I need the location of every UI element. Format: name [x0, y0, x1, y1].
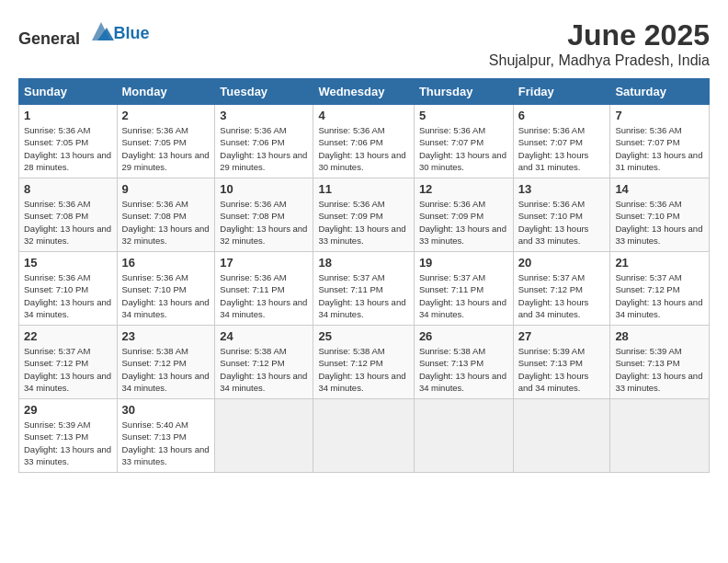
day-info: Sunrise: 5:39 AMSunset: 7:13 PMDaylight:…: [24, 419, 112, 467]
day-number: 25: [318, 329, 408, 343]
day-number: 15: [24, 256, 112, 270]
title-area: June 2025 Shujalpur, Madhya Pradesh, Ind…: [489, 18, 710, 69]
calendar-row: 15Sunrise: 5:36 AMSunset: 7:10 PMDayligh…: [19, 252, 710, 326]
table-row: 8Sunrise: 5:36 AMSunset: 7:08 PMDaylight…: [19, 178, 118, 252]
day-number: 18: [318, 256, 408, 270]
day-info: Sunrise: 5:36 AMSunset: 7:10 PMDaylight:…: [122, 271, 210, 320]
day-info: Sunrise: 5:38 AMSunset: 7:12 PMDaylight:…: [122, 345, 210, 394]
table-row: 1Sunrise: 5:36 AMSunset: 7:05 PMDaylight…: [19, 105, 118, 178]
day-info: Sunrise: 5:39 AMSunset: 7:13 PMDaylight:…: [518, 345, 606, 394]
day-number: 21: [615, 256, 704, 270]
table-row: [313, 399, 414, 473]
day-number: 5: [419, 109, 508, 122]
day-info: Sunrise: 5:38 AMSunset: 7:12 PMDaylight:…: [318, 345, 408, 394]
day-info: Sunrise: 5:36 AMSunset: 7:06 PMDaylight:…: [318, 124, 408, 173]
logo: General Blue: [18, 18, 150, 49]
day-number: 11: [318, 182, 408, 196]
day-info: Sunrise: 5:37 AMSunset: 7:12 PMDaylight:…: [518, 271, 606, 320]
logo-general-text: General: [18, 29, 80, 48]
table-row: 29Sunrise: 5:39 AMSunset: 7:13 PMDayligh…: [19, 399, 118, 473]
table-row: 22Sunrise: 5:37 AMSunset: 7:12 PMDayligh…: [19, 326, 118, 399]
table-row: 28Sunrise: 5:39 AMSunset: 7:13 PMDayligh…: [610, 326, 710, 399]
table-row: 4Sunrise: 5:36 AMSunset: 7:06 PMDaylight…: [313, 105, 414, 178]
month-title: June 2025: [489, 18, 710, 52]
day-number: 10: [220, 182, 308, 196]
table-row: [610, 399, 710, 473]
day-number: 24: [220, 329, 308, 343]
table-row: 26Sunrise: 5:38 AMSunset: 7:13 PMDayligh…: [414, 326, 513, 399]
table-row: 23Sunrise: 5:38 AMSunset: 7:12 PMDayligh…: [117, 326, 215, 399]
day-info: Sunrise: 5:38 AMSunset: 7:12 PMDaylight:…: [220, 345, 308, 394]
table-row: 15Sunrise: 5:36 AMSunset: 7:10 PMDayligh…: [19, 252, 118, 326]
day-number: 23: [122, 329, 210, 343]
day-number: 17: [220, 256, 308, 270]
day-info: Sunrise: 5:37 AMSunset: 7:12 PMDaylight:…: [24, 345, 112, 394]
table-row: [513, 399, 610, 473]
day-number: 6: [518, 109, 606, 122]
table-row: 10Sunrise: 5:36 AMSunset: 7:08 PMDayligh…: [215, 178, 313, 252]
day-number: 30: [122, 403, 210, 417]
day-info: Sunrise: 5:36 AMSunset: 7:08 PMDaylight:…: [24, 198, 112, 247]
day-number: 28: [615, 329, 704, 343]
day-number: 7: [615, 109, 704, 122]
day-info: Sunrise: 5:36 AMSunset: 7:07 PMDaylight:…: [419, 124, 508, 173]
header-friday: Friday: [513, 79, 610, 105]
table-row: 17Sunrise: 5:36 AMSunset: 7:11 PMDayligh…: [215, 252, 313, 326]
table-row: 19Sunrise: 5:37 AMSunset: 7:11 PMDayligh…: [414, 252, 513, 326]
page-header: General Blue June 2025 Shujalpur, Madhya…: [18, 18, 710, 69]
table-row: 20Sunrise: 5:37 AMSunset: 7:12 PMDayligh…: [513, 252, 610, 326]
day-number: 9: [122, 182, 210, 196]
day-info: Sunrise: 5:37 AMSunset: 7:11 PMDaylight:…: [318, 271, 408, 320]
day-info: Sunrise: 5:36 AMSunset: 7:05 PMDaylight:…: [122, 124, 210, 173]
calendar-row: 8Sunrise: 5:36 AMSunset: 7:08 PMDaylight…: [19, 178, 710, 252]
table-row: 25Sunrise: 5:38 AMSunset: 7:12 PMDayligh…: [313, 326, 414, 399]
day-info: Sunrise: 5:36 AMSunset: 7:08 PMDaylight:…: [122, 198, 210, 247]
table-row: 12Sunrise: 5:36 AMSunset: 7:09 PMDayligh…: [414, 178, 513, 252]
table-row: 3Sunrise: 5:36 AMSunset: 7:06 PMDaylight…: [215, 105, 313, 178]
day-info: Sunrise: 5:36 AMSunset: 7:10 PMDaylight:…: [518, 198, 606, 247]
day-number: 8: [24, 182, 112, 196]
day-info: Sunrise: 5:36 AMSunset: 7:05 PMDaylight:…: [24, 124, 112, 173]
day-info: Sunrise: 5:36 AMSunset: 7:11 PMDaylight:…: [220, 271, 308, 320]
calendar-row: 1Sunrise: 5:36 AMSunset: 7:05 PMDaylight…: [19, 105, 710, 178]
table-row: 14Sunrise: 5:36 AMSunset: 7:10 PMDayligh…: [610, 178, 710, 252]
day-info: Sunrise: 5:36 AMSunset: 7:09 PMDaylight:…: [318, 198, 408, 247]
table-row: 30Sunrise: 5:40 AMSunset: 7:13 PMDayligh…: [117, 399, 215, 473]
table-row: 7Sunrise: 5:36 AMSunset: 7:07 PMDaylight…: [610, 105, 710, 178]
table-row: [215, 399, 313, 473]
day-number: 19: [419, 256, 508, 270]
day-number: 14: [615, 182, 704, 196]
header-monday: Monday: [117, 79, 215, 105]
header-tuesday: Tuesday: [215, 79, 313, 105]
header-sunday: Sunday: [19, 79, 118, 105]
logo-icon: [88, 18, 114, 44]
day-info: Sunrise: 5:36 AMSunset: 7:07 PMDaylight:…: [615, 124, 704, 173]
table-row: 27Sunrise: 5:39 AMSunset: 7:13 PMDayligh…: [513, 326, 610, 399]
table-row: 18Sunrise: 5:37 AMSunset: 7:11 PMDayligh…: [313, 252, 414, 326]
weekday-header-row: Sunday Monday Tuesday Wednesday Thursday…: [19, 79, 710, 105]
day-info: Sunrise: 5:38 AMSunset: 7:13 PMDaylight:…: [419, 345, 508, 394]
day-number: 26: [419, 329, 508, 343]
table-row: 2Sunrise: 5:36 AMSunset: 7:05 PMDaylight…: [117, 105, 215, 178]
table-row: 6Sunrise: 5:36 AMSunset: 7:07 PMDaylight…: [513, 105, 610, 178]
header-wednesday: Wednesday: [313, 79, 414, 105]
day-info: Sunrise: 5:36 AMSunset: 7:08 PMDaylight:…: [220, 198, 308, 247]
day-info: Sunrise: 5:37 AMSunset: 7:11 PMDaylight:…: [419, 271, 508, 320]
day-number: 13: [518, 182, 606, 196]
day-info: Sunrise: 5:36 AMSunset: 7:09 PMDaylight:…: [419, 198, 508, 247]
table-row: 13Sunrise: 5:36 AMSunset: 7:10 PMDayligh…: [513, 178, 610, 252]
day-number: 3: [220, 109, 308, 122]
header-thursday: Thursday: [414, 79, 513, 105]
day-number: 27: [518, 329, 606, 343]
calendar-row: 29Sunrise: 5:39 AMSunset: 7:13 PMDayligh…: [19, 399, 710, 473]
day-info: Sunrise: 5:40 AMSunset: 7:13 PMDaylight:…: [122, 419, 210, 467]
day-info: Sunrise: 5:36 AMSunset: 7:10 PMDaylight:…: [24, 271, 112, 320]
table-row: 9Sunrise: 5:36 AMSunset: 7:08 PMDaylight…: [117, 178, 215, 252]
day-number: 22: [24, 329, 112, 343]
header-saturday: Saturday: [610, 79, 710, 105]
day-info: Sunrise: 5:37 AMSunset: 7:12 PMDaylight:…: [615, 271, 704, 320]
day-info: Sunrise: 5:36 AMSunset: 7:10 PMDaylight:…: [615, 198, 704, 247]
table-row: 5Sunrise: 5:36 AMSunset: 7:07 PMDaylight…: [414, 105, 513, 178]
table-row: [414, 399, 513, 473]
day-info: Sunrise: 5:36 AMSunset: 7:06 PMDaylight:…: [220, 124, 308, 173]
